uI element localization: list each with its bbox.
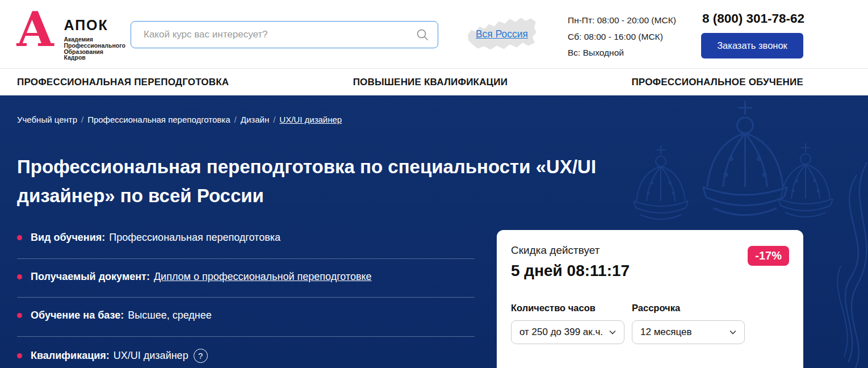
hours-select-value: от 250 до 399 ак.ч. <box>519 327 603 338</box>
search-input[interactable] <box>131 21 438 48</box>
feature-training-type: Вид обучения: Профессиональная переподго… <box>17 232 280 244</box>
feature-label: Вид обучения: <box>31 232 105 244</box>
nav-item-vocational[interactable]: ПРОФЕССИОНАЛЬНОЕ ОБУЧЕНИЕ <box>631 77 803 88</box>
region-link[interactable]: Вся Россия <box>466 28 538 40</box>
installment-select-label: Рассрочка <box>632 303 680 313</box>
logo-subtitle: Академия Профессионального Образования К… <box>64 36 125 61</box>
bullet-icon <box>17 313 22 318</box>
hours-select[interactable]: от 250 до 399 ак.ч. <box>511 320 624 344</box>
divider <box>17 297 475 298</box>
divider <box>17 258 475 259</box>
discount-label: Скидка действует <box>511 244 599 257</box>
logo-letter-icon: А <box>16 6 54 61</box>
feature-value: Профессиональная переподготовка <box>109 232 280 244</box>
feature-label: Обучение на базе: <box>31 310 124 321</box>
hero-section: Учебный центр/Профессиональная переподго… <box>0 95 868 368</box>
page: А АПОК Академия Профессионального Образо… <box>0 0 868 368</box>
breadcrumb: Учебный центр/Профессиональная переподго… <box>17 115 342 124</box>
price-card: Скидка действует 5 дней 08:11:17 -17% Ко… <box>497 230 803 368</box>
feature-value: UX/UI дизайнер <box>114 350 188 362</box>
search-bar <box>131 21 438 48</box>
logo-name: АПОК <box>64 17 125 34</box>
nav-item-qualification[interactable]: ПОВЫШЕНИЕ КВАЛИФИКАЦИИ <box>353 77 508 88</box>
chevron-down-icon <box>609 330 616 334</box>
discount-timer: 5 дней 08:11:17 <box>511 262 630 280</box>
document-link[interactable]: Диплом о профессиональной переподготовке <box>154 271 372 283</box>
working-hours: Пн-Пт: 08:00 - 20:00 (МСК) Сб: 08:00 - 1… <box>568 12 676 61</box>
feature-value: Высшее, среднее <box>128 310 212 321</box>
chevron-down-icon <box>729 330 736 334</box>
hours-line: Вс: Выходной <box>568 45 676 61</box>
help-icon[interactable]: ? <box>194 349 208 363</box>
discount-badge: -17% <box>748 246 789 266</box>
logo[interactable]: А АПОК Академия Профессионального Образо… <box>16 6 125 61</box>
feature-education-base: Обучение на базе: Высшее, среднее <box>17 310 212 321</box>
logo-textblock: АПОК Академия Профессионального Образова… <box>64 6 125 61</box>
page-title: Профессиональная переподготовка по специ… <box>17 152 624 210</box>
bullet-icon <box>17 274 22 279</box>
hours-line: Сб: 08:00 - 16:00 (МСК) <box>568 29 676 45</box>
nav-item-retraining[interactable]: ПРОФЕССИОНАЛЬНАЯ ПЕРЕПОДГОТОВКА <box>17 77 229 88</box>
feature-label: Квалификация: <box>31 350 110 362</box>
installment-select[interactable]: 12 месяцев <box>632 320 745 344</box>
breadcrumb-item[interactable]: Учебный центр <box>17 115 77 124</box>
breadcrumb-separator: / <box>234 115 237 124</box>
feature-qualification: Квалификация: UX/UI дизайнер ? <box>17 349 208 363</box>
logo-sub-line: Профессионального <box>64 43 125 49</box>
callback-button[interactable]: Заказать звонок <box>701 33 803 58</box>
hours-line: Пн-Пт: 08:00 - 20:00 (МСК) <box>568 12 676 29</box>
breadcrumb-item[interactable]: Профессиональная переподготовка <box>87 115 230 124</box>
divider <box>17 336 475 337</box>
breadcrumb-item[interactable]: Дизайн <box>241 115 269 124</box>
breadcrumb-item-current[interactable]: UX/UI дизайнер <box>279 115 342 124</box>
main-nav: ПРОФЕССИОНАЛЬНАЯ ПЕРЕПОДГОТОВКА ПОВЫШЕНИ… <box>0 69 868 95</box>
bullet-icon <box>17 235 22 240</box>
header: А АПОК Академия Профессионального Образо… <box>0 0 868 69</box>
feature-label: Получаемый документ: <box>31 271 150 283</box>
region-selector: Вся Россия <box>466 14 538 58</box>
breadcrumb-separator: / <box>273 115 275 124</box>
breadcrumb-separator: / <box>81 115 83 124</box>
phone-number[interactable]: 8 (800) 301-78-62 <box>702 11 804 26</box>
search-icon[interactable] <box>416 28 429 41</box>
main-nav-inner: ПРОФЕССИОНАЛЬНАЯ ПЕРЕПОДГОТОВКА ПОВЫШЕНИ… <box>17 69 803 95</box>
installment-select-value: 12 месяцев <box>640 327 692 338</box>
feature-document: Получаемый документ: Диплом о профессион… <box>17 271 372 283</box>
hours-select-label: Количество часов <box>511 303 596 313</box>
logo-sub-line: Кадров <box>64 55 125 61</box>
bullet-icon <box>17 353 22 358</box>
